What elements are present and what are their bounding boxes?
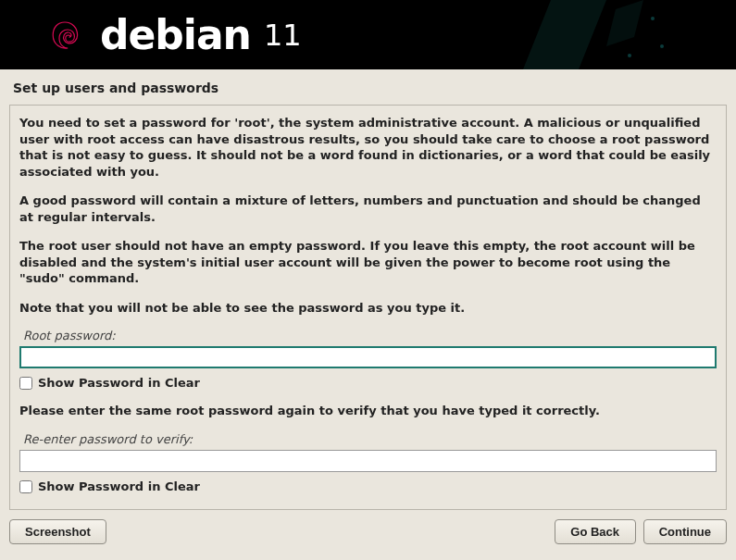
verify-password-label: Re-enter password to verify:: [19, 432, 717, 446]
show-password-2-row[interactable]: Show Password in Clear: [19, 479, 717, 493]
logo-text: debian: [100, 11, 251, 58]
logo-version: 11: [264, 18, 302, 53]
content-panel: You need to set a password for 'root', t…: [9, 105, 727, 510]
continue-button[interactable]: Continue: [643, 519, 727, 544]
intro-paragraph-1: You need to set a password for 'root', t…: [19, 115, 717, 180]
svg-marker-1: [606, 0, 643, 46]
show-password-1-label: Show Password in Clear: [38, 376, 200, 390]
show-password-2-label: Show Password in Clear: [38, 479, 200, 493]
root-password-input[interactable]: [19, 346, 717, 368]
screenshot-button[interactable]: Screenshot: [9, 519, 106, 544]
root-password-label: Root password:: [19, 329, 717, 342]
installer-header: debian 11: [0, 0, 736, 69]
verify-paragraph: Please enter the same root password agai…: [19, 403, 717, 419]
svg-point-2: [651, 17, 655, 20]
show-password-1-row[interactable]: Show Password in Clear: [19, 376, 717, 390]
footer-bar: Screenshot Go Back Continue: [0, 519, 736, 554]
intro-paragraph-3: The root user should not have an empty p…: [19, 238, 717, 287]
show-password-1-checkbox[interactable]: [19, 377, 32, 390]
svg-marker-0: [523, 0, 606, 69]
intro-paragraph-2: A good password will contain a mixture o…: [19, 193, 717, 225]
svg-point-4: [628, 54, 631, 57]
svg-point-3: [660, 44, 664, 48]
footer-right-group: Go Back Continue: [555, 519, 727, 544]
verify-password-input[interactable]: [19, 450, 717, 472]
page-title: Set up users and passwords: [0, 69, 736, 105]
debian-swirl-icon: [46, 17, 83, 54]
show-password-2-checkbox[interactable]: [19, 480, 32, 493]
intro-paragraph-4: Note that you will not be able to see th…: [19, 300, 717, 317]
go-back-button[interactable]: Go Back: [555, 519, 636, 544]
header-decoration: [514, 0, 680, 69]
